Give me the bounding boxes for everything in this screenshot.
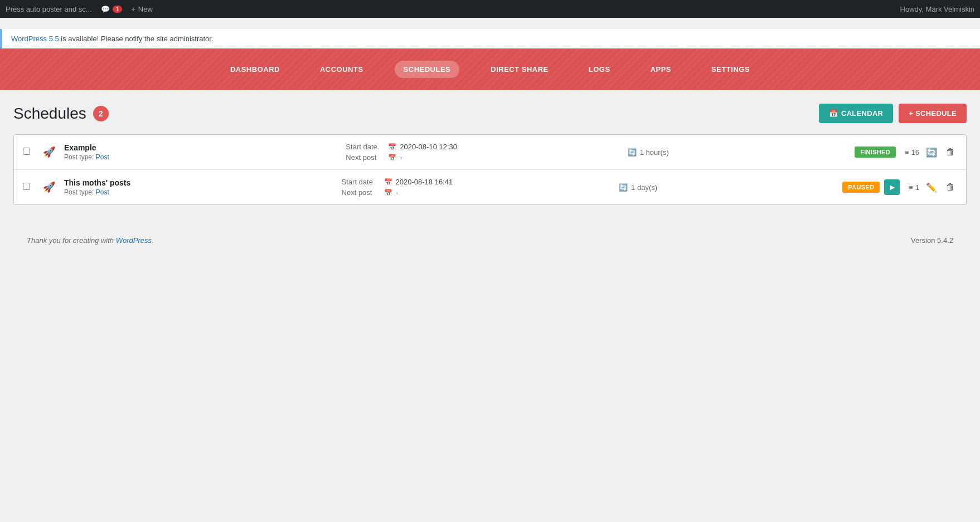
calendar-icon-1: 📅: [388, 143, 396, 151]
schedule-info-2: This moths' posts Post type: Post: [64, 178, 333, 196]
table-row: 🚀 Example Post type: Post Start date 📅 2…: [14, 135, 966, 170]
interval-value-2: 1 day(s): [631, 183, 657, 192]
nav-logs[interactable]: LOGS: [580, 61, 619, 78]
schedule-post-type-1: Post type: Post: [64, 153, 337, 161]
nav-schedules[interactable]: SCHEDULES: [395, 61, 460, 78]
start-date-label-2: Start date: [342, 178, 381, 186]
plugin-nav: DASHBOARD ACCOUNTS SCHEDULES DIRECT SHAR…: [0, 48, 980, 90]
schedule-name-1: Example: [64, 143, 337, 152]
posts-count-2: ≡ 1: [909, 183, 919, 192]
new-content-menu-item[interactable]: + New: [131, 5, 153, 13]
site-title: Press auto poster and sc...: [6, 5, 92, 13]
next-post-row-2: Next post 📅 -: [342, 188, 610, 197]
status-badge-1: FINISHED: [855, 147, 896, 158]
next-post-value-1: -: [400, 153, 402, 162]
footer-text: Thank you for creating with: [27, 236, 116, 245]
next-post-label: Next post: [346, 153, 385, 162]
calendar-icon-4: 📅: [384, 189, 392, 197]
calendar-icon-3: 📅: [384, 178, 392, 186]
start-date-row-1: Start date 📅 2020-08-10 12:30: [346, 143, 618, 151]
interval-area-2: 🔄 1 day(s): [619, 183, 833, 192]
calendar-icon: 📅: [829, 109, 838, 118]
start-date-value-2: 2020-08-18 16:41: [396, 178, 453, 186]
rocket-icon-2: 🚀: [43, 181, 55, 193]
post-type-prefix: Post type:: [64, 153, 96, 161]
schedule-post-type-2: Post type: Post: [64, 188, 333, 196]
comments-menu-item[interactable]: 💬 1: [101, 5, 123, 13]
main-content: Schedules 2 📅 CALENDAR + SCHEDULE 🚀 Exam…: [0, 90, 980, 267]
schedules-count-badge: 2: [93, 106, 109, 121]
wordpress-version-link[interactable]: WordPress 5.5: [11, 35, 59, 43]
delete-button-2[interactable]: 🗑: [944, 180, 957, 194]
nav-items: DASHBOARD ACCOUNTS SCHEDULES DIRECT SHAR…: [221, 61, 759, 78]
page-header: Schedules 2 📅 CALENDAR + SCHEDULE: [13, 104, 967, 123]
header-actions: 📅 CALENDAR + SCHEDULE: [819, 104, 967, 123]
start-date-row-2: Start date 📅 2020-08-18 16:41: [342, 178, 610, 186]
status-badge-2: PAUSED: [842, 182, 880, 193]
row-checkbox-1[interactable]: [23, 148, 34, 157]
list-icon-1: ≡: [905, 148, 909, 157]
nav-direct-share[interactable]: DIRECT SHARE: [482, 61, 557, 78]
refresh-icon-2: 🔄: [619, 183, 628, 192]
comment-count: 1: [113, 6, 123, 13]
post-type-link-2[interactable]: Post: [96, 188, 109, 196]
row-checkbox-2[interactable]: [23, 183, 34, 192]
refresh-icon-1: 🔄: [628, 148, 637, 157]
start-date-label: Start date: [346, 143, 385, 151]
add-schedule-button[interactable]: + SCHEDULE: [899, 104, 967, 123]
posts-count-1: ≡ 16: [905, 148, 919, 157]
page-title: Schedules: [13, 105, 86, 123]
rocket-icon-1: 🚀: [43, 146, 55, 158]
post-type-prefix-2: Post type:: [64, 188, 96, 196]
schedule-info-1: Example Post type: Post: [64, 143, 337, 161]
user-greeting: Howdy, Mark Velmiskin: [900, 5, 974, 13]
nav-apps[interactable]: APPS: [642, 61, 680, 78]
plus-icon: +: [131, 5, 135, 13]
posts-count-value-2: 1: [915, 183, 919, 192]
edit-button-2[interactable]: ✏️: [924, 180, 939, 195]
posts-count-value-1: 16: [911, 148, 919, 157]
refresh-button-1[interactable]: 🔄: [924, 145, 939, 160]
table-row: 🚀 This moths' posts Post type: Post Star…: [14, 170, 966, 204]
notification-bar: WordPress 5.5 is available! Please notif…: [0, 29, 980, 48]
notification-message: is available! Please notify the site adm…: [59, 35, 214, 43]
nav-accounts[interactable]: ACCOUNTS: [311, 61, 372, 78]
checkbox-1[interactable]: [23, 148, 30, 155]
post-type-link-1[interactable]: Post: [96, 153, 109, 161]
calendar-button[interactable]: 📅 CALENDAR: [819, 104, 894, 123]
comment-icon: 💬: [101, 5, 110, 13]
checkbox-2[interactable]: [23, 183, 30, 190]
nav-settings[interactable]: SETTINGS: [702, 61, 759, 78]
status-area-2: PAUSED ▶: [842, 179, 900, 195]
row-actions-1: ≡ 16 🔄 🗑: [905, 145, 957, 160]
schedule-dates-1: Start date 📅 2020-08-10 12:30 Next post …: [346, 143, 618, 162]
list-icon-2: ≡: [909, 183, 913, 192]
footer-version: Version 5.4.2: [911, 236, 953, 245]
start-date-value-1: 2020-08-10 12:30: [400, 143, 457, 151]
interval-area-1: 🔄 1 hour(s): [628, 148, 846, 157]
next-post-row-1: Next post 📅 -: [346, 153, 618, 162]
admin-bar: Press auto poster and sc... 💬 1 + New Ho…: [0, 0, 980, 18]
nav-dashboard[interactable]: DASHBOARD: [221, 61, 289, 78]
schedule-label: + SCHEDULE: [909, 109, 957, 118]
delete-button-1[interactable]: 🗑: [944, 145, 957, 159]
schedules-table: 🚀 Example Post type: Post Start date 📅 2…: [13, 134, 967, 205]
schedule-name-2: This moths' posts: [64, 178, 333, 187]
status-area-1: FINISHED: [855, 147, 896, 158]
site-footer: Thank you for creating with WordPress. V…: [13, 227, 967, 253]
calendar-icon-2: 📅: [388, 154, 396, 162]
interval-value-1: 1 hour(s): [640, 148, 669, 157]
row-actions-2: ≡ 1 ✏️ 🗑: [909, 180, 957, 195]
next-post-label-2: Next post: [342, 188, 381, 197]
new-label: New: [138, 5, 153, 13]
next-post-value-2: -: [396, 188, 398, 197]
wordpress-footer-link[interactable]: WordPress: [116, 236, 152, 245]
play-button-2[interactable]: ▶: [884, 179, 900, 195]
calendar-label: CALENDAR: [841, 109, 883, 118]
schedule-dates-2: Start date 📅 2020-08-18 16:41 Next post …: [342, 178, 610, 197]
page-title-area: Schedules 2: [13, 105, 109, 123]
